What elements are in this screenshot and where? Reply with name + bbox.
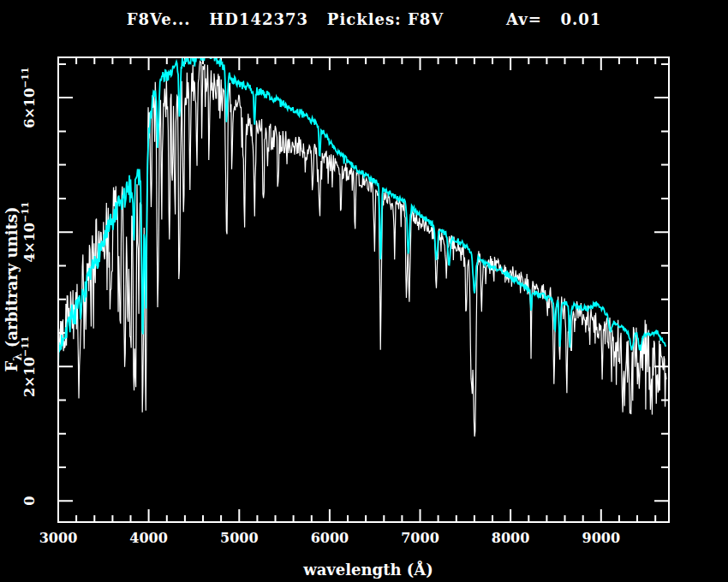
x-tick-labels: 3000400050006000700080009000 xyxy=(39,530,620,546)
x-tick-label: 5000 xyxy=(220,530,259,546)
spectrum-plot-window: F8Ve... HD142373 Pickles: F8V Av= 0.01 3… xyxy=(0,0,728,582)
y-tick-label: 6×10−11 xyxy=(20,67,38,128)
x-tick-label: 7000 xyxy=(401,530,439,546)
plot-title: F8Ve... HD142373 Pickles: F8V Av= 0.01 xyxy=(127,10,602,28)
x-axis-label: wavelength (Å) xyxy=(302,560,433,579)
x-tick-label: 6000 xyxy=(311,530,349,546)
x-tick-label: 3000 xyxy=(39,530,78,546)
y-tick-label: 2×10−11 xyxy=(20,336,38,397)
y-tick-label: 4×10−11 xyxy=(20,201,38,262)
x-tick-label: 9000 xyxy=(582,530,621,546)
y-tick-label: 0 xyxy=(21,496,38,506)
x-tick-label: 8000 xyxy=(492,530,530,546)
x-tick-label: 4000 xyxy=(129,530,168,546)
y-tick-labels: 02×10−114×10−116×10−11 xyxy=(20,67,38,505)
spectrum-chart: F8Ve... HD142373 Pickles: F8V Av= 0.01 3… xyxy=(0,0,728,582)
plot-area xyxy=(58,52,666,436)
observed-spectrum-line xyxy=(58,62,666,437)
